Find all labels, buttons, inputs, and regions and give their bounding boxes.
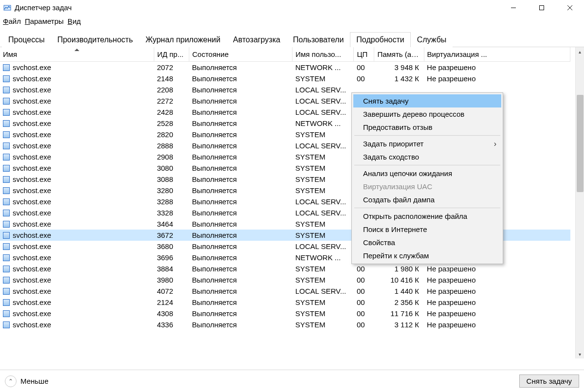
scroll-thumb[interactable]: [577, 95, 584, 192]
cm-end-tree[interactable]: Завершить дерево процессов: [353, 107, 501, 121]
scroll-down-icon[interactable]: ▾: [576, 350, 584, 358]
process-icon: [3, 232, 10, 239]
col-header-pid[interactable]: ИД пр...: [154, 47, 189, 62]
tab-processes[interactable]: Процессы: [2, 32, 51, 47]
fewer-details-toggle[interactable]: ⌃ Меньше: [5, 375, 48, 387]
cm-go-to-services[interactable]: Перейти к службам: [353, 249, 501, 262]
col-header-name[interactable]: Имя: [0, 47, 154, 62]
tab-app-history[interactable]: Журнал приложений: [139, 32, 227, 47]
process-icon: [3, 64, 10, 71]
cm-feedback[interactable]: Предоставить отзыв: [353, 121, 501, 134]
table-row[interactable]: svchost.exe2072ВыполняетсяNETWORK ...003…: [0, 62, 570, 73]
end-task-button[interactable]: Снять задачу: [519, 374, 579, 388]
process-icon: [3, 176, 10, 183]
col-header-state[interactable]: Состояние: [189, 47, 292, 62]
menu-options[interactable]: Параметры: [24, 17, 65, 26]
table-header-row: Имя ИД пр... Состояние Имя пользо... ЦП …: [0, 47, 570, 62]
process-icon: [3, 243, 10, 250]
process-icon: [3, 310, 10, 317]
process-icon: [3, 277, 10, 284]
process-icon: [3, 321, 10, 328]
scroll-track[interactable]: [576, 56, 584, 350]
app-icon: [3, 3, 12, 12]
cm-uac-virt: Виртуализация UAC: [353, 180, 501, 193]
tab-bar: Процессы Производительность Журнал прило…: [0, 32, 584, 47]
col-header-user[interactable]: Имя пользо...: [292, 47, 354, 62]
table-row[interactable]: svchost.exe3884ВыполняетсяSYSTEM001 980 …: [0, 263, 570, 274]
close-button[interactable]: [556, 0, 584, 16]
cm-separator: [354, 208, 500, 208]
process-icon: [3, 210, 10, 216]
vertical-scrollbar[interactable]: ▴ ▾: [575, 47, 584, 358]
process-icon: [3, 254, 10, 261]
process-icon: [3, 288, 10, 295]
cm-wait-chain[interactable]: Анализ цепочки ожидания: [353, 167, 501, 180]
table-row[interactable]: svchost.exe4336ВыполняетсяSYSTEM003 112 …: [0, 319, 570, 330]
table-row[interactable]: svchost.exe4308ВыполняетсяSYSTEM0011 716…: [0, 308, 570, 319]
process-icon: [3, 98, 10, 105]
process-icon: [3, 120, 10, 127]
cm-separator: [354, 165, 500, 165]
table-row[interactable]: svchost.exe2148ВыполняетсяSYSTEM001 432 …: [0, 73, 570, 84]
scroll-up-icon[interactable]: ▴: [576, 47, 584, 56]
tab-performance[interactable]: Производительность: [51, 32, 139, 47]
cm-separator: [354, 135, 500, 136]
table-row[interactable]: svchost.exe2124ВыполняетсяSYSTEM002 356 …: [0, 297, 570, 308]
cm-search-online[interactable]: Поиск в Интернете: [353, 223, 501, 236]
minimize-button[interactable]: [499, 0, 528, 16]
process-icon: [3, 165, 10, 172]
process-icon: [3, 143, 10, 149]
menu-file[interactable]: Файл: [2, 17, 22, 26]
process-icon: [3, 154, 10, 160]
col-header-mem[interactable]: Память (актив...: [374, 47, 424, 62]
process-icon: [3, 75, 10, 82]
process-icon: [3, 299, 10, 306]
fewer-label: Меньше: [20, 377, 48, 385]
process-icon: [3, 109, 10, 116]
window-controls: [499, 0, 584, 16]
titlebar: Диспетчер задач: [0, 0, 584, 16]
col-header-virt[interactable]: Виртуализация ...: [424, 47, 570, 62]
process-icon: [3, 131, 10, 138]
bottom-bar: ⌃ Меньше Снять задачу: [0, 370, 584, 392]
process-icon: [3, 187, 10, 194]
chevron-up-icon: ⌃: [5, 375, 17, 387]
cm-end-task[interactable]: Снять задачу: [353, 94, 501, 107]
window-title: Диспетчер задач: [15, 3, 72, 12]
menu-view[interactable]: Вид: [67, 17, 82, 26]
cm-properties[interactable]: Свойства: [353, 236, 501, 249]
tab-services[interactable]: Службы: [411, 32, 453, 47]
cm-affinity[interactable]: Задать сходство: [353, 150, 501, 163]
process-icon: [3, 221, 10, 228]
tab-users[interactable]: Пользователи: [287, 32, 350, 47]
menubar: Файл Параметры Вид: [0, 16, 584, 28]
svg-rect-2: [540, 5, 544, 10]
process-icon: [3, 266, 10, 272]
context-menu: Снять задачу Завершить дерево процессов …: [351, 92, 503, 264]
process-icon: [3, 198, 10, 205]
cm-dump[interactable]: Создать файл дампа: [353, 193, 501, 206]
process-icon: [3, 87, 10, 93]
cm-priority[interactable]: Задать приоритет: [353, 137, 501, 150]
table-row[interactable]: svchost.exe3980ВыполняетсяSYSTEM0010 416…: [0, 274, 570, 285]
tab-details[interactable]: Подробности: [350, 32, 410, 47]
cm-open-location[interactable]: Открыть расположение файла: [353, 210, 501, 223]
table-row[interactable]: svchost.exe4072ВыполняетсяLOCAL SERV...0…: [0, 285, 570, 297]
tab-startup[interactable]: Автозагрузка: [227, 32, 287, 47]
col-header-cpu[interactable]: ЦП: [354, 47, 374, 62]
maximize-button[interactable]: [528, 0, 556, 16]
